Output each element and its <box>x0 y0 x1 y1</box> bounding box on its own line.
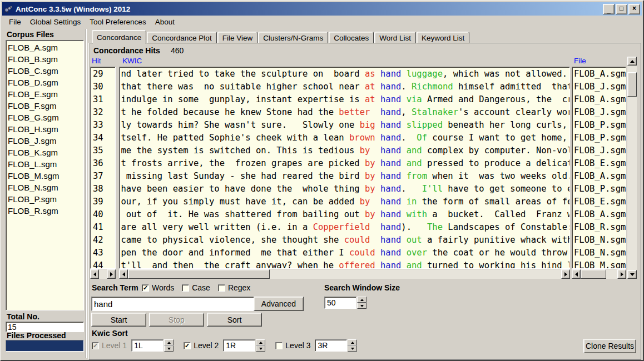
corpus-file-item[interactable]: FLOB_R.sgm <box>8 205 83 217</box>
level-3-spinbox[interactable]: 3R <box>315 339 357 352</box>
level-2-spinbox[interactable]: 1R <box>223 339 265 352</box>
kwic-row[interactable]: tself. He patted Sophie's cheek with a l… <box>121 132 569 144</box>
scroll-up-button[interactable] <box>627 57 637 66</box>
start-button[interactable]: Start <box>91 313 146 327</box>
vertical-scroll-thumb[interactable] <box>627 72 637 97</box>
level-spin-down-button[interactable] <box>164 345 174 352</box>
kwic-row[interactable]: t frosts arrive, the frozen grapes are p… <box>121 157 569 170</box>
corpus-file-item[interactable]: FLOB_B.sgm <box>8 53 83 65</box>
corpus-file-item[interactable]: FLOB_K.sgm <box>8 147 83 158</box>
search-window-size-value[interactable]: 50 <box>324 297 356 309</box>
close-button[interactable]: × <box>628 4 640 14</box>
level-1-spinbox[interactable]: 1L <box>131 339 174 352</box>
tab-word-list[interactable]: Word List <box>374 32 416 43</box>
window-size-up-button[interactable] <box>357 297 366 303</box>
level-spin-up-button[interactable] <box>164 339 174 345</box>
corpus-file-item[interactable]: FLOB_A.sgm <box>8 42 83 53</box>
tab-keyword-list[interactable]: Keyword List <box>417 32 469 43</box>
level-1-checkbox[interactable]: ✓Level 1 <box>92 341 127 350</box>
kwic-scroll-right-button[interactable] <box>561 269 570 279</box>
kwic-row[interactable]: t'll and then the craft anyway? when he … <box>121 259 569 269</box>
kwic-column[interactable]: nd later tried to take the sculpture on … <box>119 67 570 269</box>
kwic-row[interactable]: our, if you simply must have it, can be … <box>121 195 569 208</box>
kwic-row[interactable]: nd later tried to take the sculpture on … <box>121 68 569 81</box>
search-input[interactable] <box>91 297 270 311</box>
clone-results-button[interactable]: Clone Results <box>583 339 636 353</box>
file-hscrollbar[interactable] <box>572 269 626 279</box>
kwic-segment: me the system is switched on. This is te… <box>121 146 359 156</box>
corpus-file-item[interactable]: FLOB_G.sgm <box>8 112 83 123</box>
kwic-row[interactable]: pen the door and informed me that either… <box>121 247 569 259</box>
maximize-button[interactable]: □ <box>616 4 627 14</box>
menu-about[interactable]: About <box>151 17 179 27</box>
hit-hscrollbar[interactable] <box>90 269 116 279</box>
corpus-file-item[interactable]: FLOB_L.sgm <box>8 158 83 170</box>
corpus-file-item[interactable]: FLOB_P.sgm <box>8 193 83 205</box>
checkbox-regex-box[interactable] <box>218 284 225 292</box>
menu-file[interactable]: File <box>4 17 26 27</box>
level-3-checkbox-box[interactable] <box>275 342 283 349</box>
checkbox-case[interactable]: Case <box>182 283 210 292</box>
kwic-row[interactable]: that there was no suitable higher school… <box>121 81 569 93</box>
kwic-row[interactable]: out of it. He was shattered from bailing… <box>121 208 569 221</box>
search-window-size-spinbox[interactable]: 50 <box>324 297 366 309</box>
corpus-file-item[interactable]: FLOB_M.sgm <box>8 170 83 182</box>
corpus-file-item[interactable]: FLOB_J.sgm <box>8 135 83 147</box>
tab-file-view[interactable]: File View <box>217 32 258 43</box>
tab-clusters-n-grams[interactable]: Clusters/N-Grams <box>258 32 328 43</box>
corpus-file-item[interactable]: FLOB_N.sgm <box>8 182 83 193</box>
files-processed-label: Files Processed <box>7 331 66 340</box>
hit-scroll-right-button[interactable] <box>107 269 116 279</box>
kwic-row[interactable]: have been easier to have done the whole … <box>121 183 569 195</box>
tab-concordance[interactable]: Concordance <box>92 30 146 43</box>
kwic-row[interactable]: ly towards him? She wasn't sure. Slowly … <box>121 119 569 132</box>
menu-global-settings[interactable]: Global Settings <box>26 17 86 27</box>
file-scroll-thumb[interactable] <box>581 269 606 279</box>
kwic-row[interactable]: are all very well written (i.e. in a Cop… <box>121 221 569 234</box>
hit-number: 44 <box>93 259 115 269</box>
stop-button[interactable]: Stop <box>149 313 204 327</box>
file-scroll-left-button[interactable] <box>572 269 581 279</box>
checkbox-case-box[interactable] <box>182 284 189 292</box>
kwic-row[interactable]: came to physical violence, she thought s… <box>121 234 569 247</box>
level-spin-down-button[interactable] <box>256 345 265 352</box>
kwic-row[interactable]: t he folded because he knew Stone had th… <box>121 106 569 119</box>
window-size-down-button[interactable] <box>357 303 366 309</box>
level-2-checkbox-box[interactable]: ✓ <box>184 342 191 349</box>
hit-scroll-left-button[interactable] <box>90 269 99 279</box>
minimize-button[interactable]: _ <box>603 4 615 14</box>
level-3-checkbox[interactable]: Level 3 <box>275 341 310 350</box>
file-scroll-right-button[interactable] <box>617 269 626 279</box>
kwic-scroll-thumb[interactable] <box>128 269 270 279</box>
file-name: FLOB_J.sgm <box>574 81 626 93</box>
level-spin-up-button[interactable] <box>348 339 357 345</box>
level-spin-up-button[interactable] <box>256 339 265 345</box>
kwic-keyword: hand <box>380 247 401 259</box>
corpus-file-item[interactable]: FLOB_E.sgm <box>8 88 83 100</box>
kwic-row[interactable]: missing last Sunday - she had reared the… <box>121 170 569 183</box>
checkbox-regex[interactable]: Regex <box>218 283 250 292</box>
tab-concordance-plot[interactable]: Concordance Plot <box>147 32 216 43</box>
kwic-hscrollbar[interactable] <box>119 269 570 279</box>
corpus-file-item[interactable]: FLOB_F.sgm <box>8 100 83 112</box>
corpus-file-item[interactable]: FLOB_D.sgm <box>8 77 83 88</box>
kwic-scroll-left-button[interactable] <box>119 269 128 279</box>
vertical-scrollbar[interactable] <box>627 57 637 279</box>
spin-up-icon <box>360 299 364 301</box>
sort-button[interactable]: Sort <box>207 313 262 327</box>
checkbox-words[interactable]: ✓Words <box>142 283 174 292</box>
title-bar[interactable]: AntConc 3.3.5w (Windows) 2012 _ □ × <box>2 2 642 16</box>
menu-tool-preferences[interactable]: Tool Preferences <box>85 17 150 27</box>
corpus-file-item[interactable]: FLOB_H.sgm <box>8 123 83 135</box>
level-1-checkbox-box[interactable]: ✓ <box>92 342 99 349</box>
kwic-row[interactable]: indulge in some gunplay, instant experti… <box>121 93 569 106</box>
corpus-file-item[interactable]: FLOB_C.sgm <box>8 65 83 77</box>
level-2-checkbox[interactable]: ✓Level 2 <box>184 341 219 350</box>
corpus-file-list[interactable]: FLOB_A.sgmFLOB_B.sgmFLOB_C.sgmFLOB_D.sgm… <box>6 40 84 310</box>
advanced-button[interactable]: Advanced <box>254 297 304 311</box>
checkbox-words-box[interactable]: ✓ <box>142 284 149 292</box>
level-spin-down-button[interactable] <box>348 345 357 352</box>
kwic-row[interactable]: me the system is switched on. This is te… <box>121 144 569 157</box>
scroll-down-button[interactable] <box>627 270 637 279</box>
tab-collocates[interactable]: Collocates <box>329 32 374 43</box>
